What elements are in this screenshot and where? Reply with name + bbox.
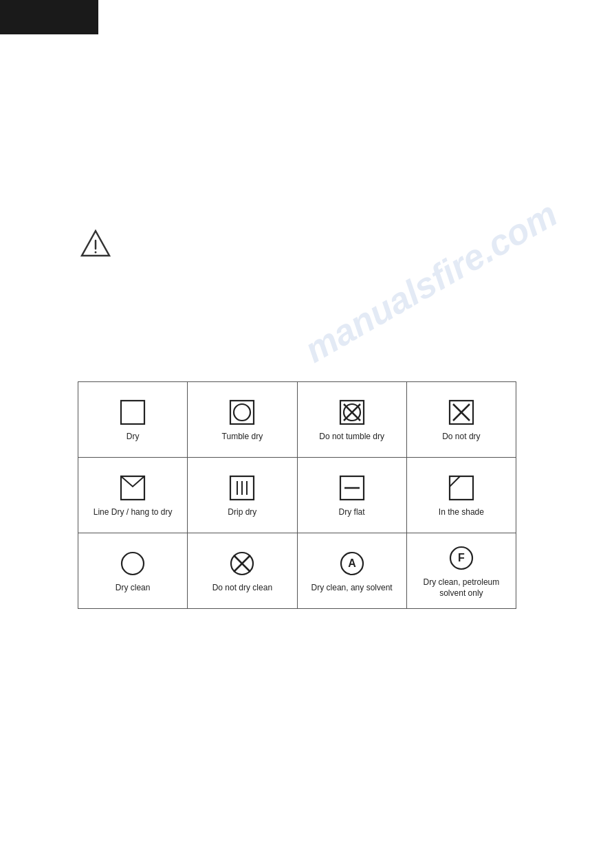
svg-rect-2	[121, 401, 144, 424]
drip-dry-label: Drip dry	[228, 507, 256, 518]
tumble-dry-label: Tumble dry	[222, 432, 263, 443]
dry-flat-symbol	[337, 473, 367, 503]
svg-point-21	[122, 553, 144, 575]
do-not-tumble-dry-symbol	[337, 397, 367, 427]
cell-dry-flat: Dry flat	[297, 458, 406, 533]
cell-in-the-shade: In the shade	[406, 458, 516, 533]
cell-dry-clean-petroleum: F Dry clean, petroleum solvent only	[406, 533, 516, 609]
cell-dry-clean-any-solvent: A Dry clean, any solvent	[297, 533, 406, 609]
dry-clean-petroleum-label: Dry clean, petroleum solvent only	[410, 577, 513, 599]
do-not-dry-label: Do not dry	[442, 432, 480, 443]
svg-rect-19	[450, 476, 473, 500]
cell-do-not-tumble-dry: Do not tumble dry	[297, 382, 406, 458]
line-dry-symbol	[118, 473, 148, 503]
do-not-dry-symbol	[446, 397, 476, 427]
dry-clean-any-solvent-symbol: A	[337, 548, 367, 579]
laundry-symbols-table: Dry Tumble dry	[78, 381, 516, 609]
in-the-shade-symbol	[446, 473, 476, 503]
black-corner-block	[0, 0, 98, 34]
cell-line-dry: Line Dry / hang to dry	[78, 458, 188, 533]
do-not-dry-clean-label: Do not dry clean	[212, 583, 272, 594]
cell-drip-dry: Drip dry	[188, 458, 297, 533]
cell-tumble-dry: Tumble dry	[188, 382, 297, 458]
do-not-dry-clean-symbol	[227, 548, 257, 579]
dry-flat-label: Dry flat	[339, 507, 365, 518]
do-not-tumble-dry-label: Do not tumble dry	[319, 432, 384, 443]
dry-clean-label: Dry clean	[116, 583, 151, 594]
cell-do-not-dry: Do not dry	[406, 382, 516, 458]
drip-dry-symbol	[227, 473, 257, 503]
watermark: manualsfire.com	[297, 193, 564, 371]
svg-text:F: F	[458, 552, 465, 564]
dry-clean-symbol	[118, 548, 148, 579]
in-the-shade-label: In the shade	[439, 507, 484, 518]
cell-do-not-dry-clean: Do not dry clean	[188, 533, 297, 609]
svg-line-20	[450, 476, 460, 487]
dry-label: Dry	[127, 432, 140, 443]
svg-text:A: A	[348, 557, 356, 569]
warning-icon	[79, 227, 112, 263]
svg-point-4	[234, 404, 250, 421]
tumble-dry-symbol	[227, 397, 257, 427]
cell-dry: Dry	[78, 382, 188, 458]
dry-clean-petroleum-symbol: F	[446, 543, 476, 573]
cell-dry-clean: Dry clean	[78, 533, 188, 609]
dry-symbol	[118, 397, 148, 427]
svg-point-1	[95, 252, 97, 254]
dry-clean-any-solvent-label: Dry clean, any solvent	[311, 583, 393, 594]
line-dry-label: Line Dry / hang to dry	[94, 507, 173, 518]
